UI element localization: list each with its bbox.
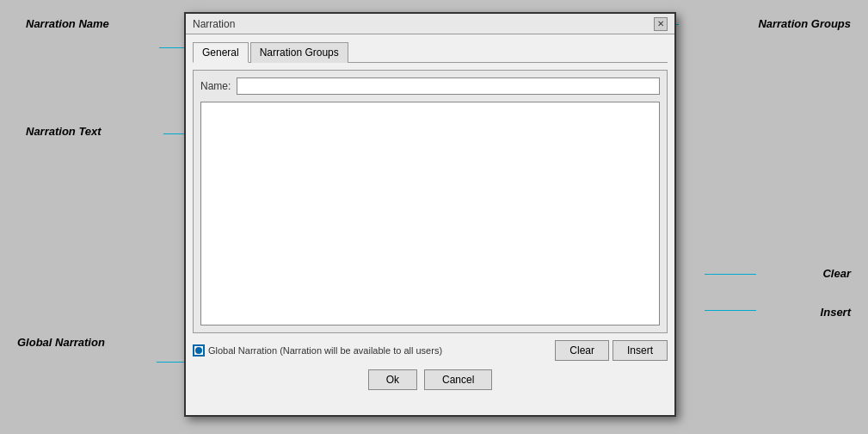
close-button[interactable]: ✕	[654, 17, 668, 31]
clear-annotation: Clear	[822, 267, 851, 280]
narration-dialog: Narration ✕ General Narration Groups Nam…	[184, 12, 676, 417]
bottom-row: Global Narration (Narration will be avai…	[193, 340, 668, 361]
global-narration-checkbox[interactable]	[193, 344, 205, 356]
action-buttons: Clear Insert	[555, 340, 668, 361]
narration-text-annotation: Narration Text	[26, 125, 102, 138]
narration-groups-annotation: Narration Groups	[758, 17, 851, 30]
global-narration-label: Global Narration (Narration will be avai…	[208, 345, 442, 356]
checkbox-indicator	[195, 347, 202, 354]
dialog-titlebar: Narration ✕	[186, 14, 674, 34]
tab-bar: General Narration Groups	[193, 41, 668, 63]
insert-annotation: Insert	[821, 306, 851, 319]
narration-name-annotation: Narration Name	[26, 17, 109, 30]
tab-general[interactable]: General	[193, 42, 249, 63]
ok-button[interactable]: Ok	[368, 369, 417, 390]
tab-narration-groups[interactable]: Narration Groups	[250, 42, 348, 63]
name-row: Name:	[200, 78, 660, 95]
ok-cancel-row: Ok Cancel	[193, 369, 668, 390]
cancel-button[interactable]: Cancel	[424, 369, 492, 390]
narration-textarea[interactable]	[200, 102, 660, 326]
global-narration-row: Global Narration (Narration will be avai…	[193, 344, 442, 356]
name-label: Name:	[200, 80, 231, 92]
clear-button[interactable]: Clear	[555, 340, 609, 361]
dialog-content: General Narration Groups Name: Global Na…	[186, 34, 674, 397]
dialog-title: Narration	[193, 18, 235, 30]
insert-button[interactable]: Insert	[613, 340, 668, 361]
global-narration-annotation: Global Narration	[17, 336, 105, 349]
text-area-container	[200, 102, 660, 326]
form-area: Name:	[193, 70, 668, 333]
name-input[interactable]	[237, 78, 660, 95]
